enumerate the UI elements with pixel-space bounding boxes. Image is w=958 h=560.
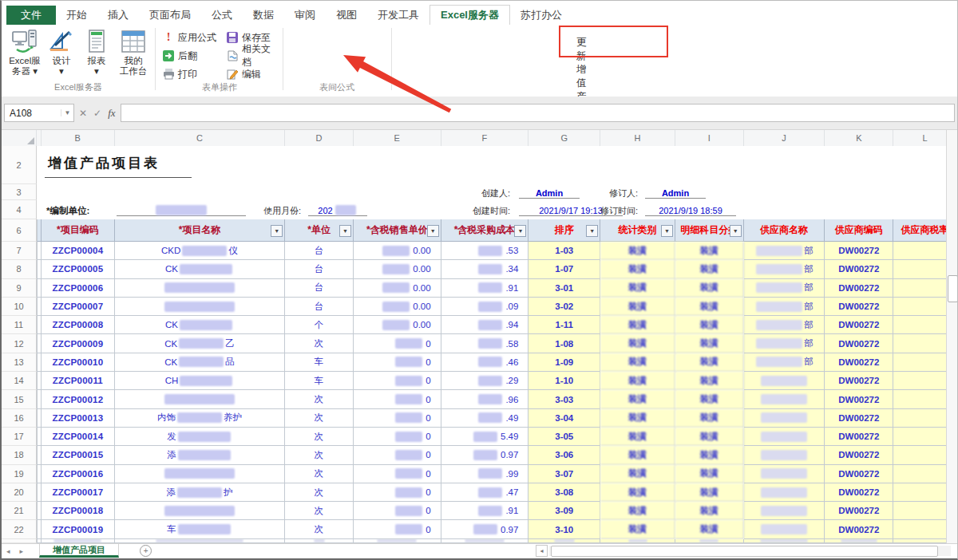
cell-project-code[interactable]: ZZCP00018 (42, 502, 115, 520)
cell-sale-price[interactable]: 0 (354, 428, 441, 446)
filter-dropdown-icon[interactable]: ▼ (427, 225, 439, 237)
row-header[interactable]: 13 (2, 353, 37, 372)
cell-supplier-code[interactable]: DW00272 (825, 390, 893, 408)
vertical-scrollbar-thumb[interactable] (948, 275, 958, 302)
cell-supplier-name[interactable] (744, 428, 825, 446)
cell-supplier-code[interactable]: DW00272 (825, 334, 893, 353)
cell-supplier-code[interactable]: DW00272 (825, 409, 893, 428)
cell-unit[interactable]: 次 (285, 520, 354, 538)
cell[interactable] (825, 539, 893, 543)
cell-stat-category[interactable]: 装潢 (600, 428, 675, 446)
tab-data[interactable]: 数据 (243, 6, 284, 25)
tab-excel-server[interactable]: Excel服务器 (430, 5, 510, 25)
column-header[interactable]: J (744, 130, 825, 146)
cell-purchase-cost[interactable]: .49 (441, 409, 529, 428)
formula-input[interactable] (121, 104, 955, 122)
cell-stat-category[interactable]: 装潢 (600, 390, 675, 408)
cell-stat-category[interactable]: 装潢 (600, 502, 675, 520)
cell-supplier-code[interactable]: DW00272 (825, 353, 893, 372)
cell-stat-category[interactable]: 装潢 (600, 465, 675, 483)
header-supplier-code[interactable]: 供应商编码 (825, 219, 893, 242)
enter-icon[interactable]: ✓ (93, 108, 101, 119)
fx-icon[interactable]: fx (108, 107, 115, 120)
header-unit[interactable]: *单位▼ (285, 219, 354, 242)
cell-detail-category[interactable]: 装潢 (675, 428, 744, 446)
cell-detail-category[interactable]: 装潢 (675, 465, 744, 483)
cell-project-name[interactable]: 添 (115, 446, 285, 464)
cell-purchase-cost[interactable]: .29 (441, 372, 529, 390)
row-header[interactable]: 7 (2, 242, 37, 260)
cell-stat-category[interactable]: 装潢 (600, 353, 675, 372)
cell-detail-category[interactable]: 装潢 (675, 353, 744, 372)
cell-sort[interactable]: 3-03 (528, 390, 600, 408)
row-header[interactable]: 18 (2, 446, 37, 464)
cell-supplier-code[interactable]: DW00272 (825, 465, 893, 483)
cell[interactable] (744, 539, 825, 543)
cell-supplier-name[interactable]: 部 (744, 260, 825, 278)
name-box-dropdown-icon[interactable]: ▼ (61, 109, 73, 116)
cell-project-code[interactable]: ZZCP00015 (42, 446, 115, 464)
cell-project-name[interactable] (115, 390, 285, 408)
cell-sale-price[interactable]: 0 (354, 353, 441, 372)
cell-sort[interactable]: 1-07 (528, 260, 600, 278)
cell-detail-category[interactable]: 装潢 (675, 502, 744, 520)
cell-project-name[interactable] (115, 465, 285, 483)
cell-sale-price[interactable]: 0.00 (354, 316, 441, 334)
apply-formula-button[interactable]: ! 应用公式 (160, 30, 219, 45)
filter-dropdown-icon[interactable]: ▼ (586, 225, 598, 237)
header-detail-category[interactable]: 明细科目分类▼ (675, 219, 744, 242)
cell-purchase-cost[interactable]: 0.97 (441, 520, 529, 538)
cell-project-code[interactable]: ZZCP00007 (42, 298, 115, 316)
cell-sale-price[interactable]: 0 (354, 372, 441, 390)
row-header[interactable]: 21 (2, 502, 37, 520)
cell-supplier-name[interactable] (744, 390, 825, 408)
cell-project-name[interactable]: 发 (115, 428, 285, 446)
cell-sort[interactable]: 1-11 (528, 316, 600, 334)
column-header[interactable]: B (42, 130, 115, 146)
cell-unit[interactable]: 台 (285, 260, 354, 278)
row-header[interactable]: 20 (2, 483, 37, 502)
cell-stat-category[interactable]: 装潢 (600, 483, 675, 502)
related-docs-button[interactable]: 相关文档 (224, 48, 281, 64)
cell-project-name[interactable]: CK品 (115, 353, 285, 372)
cell-sale-price[interactable]: 0 (354, 465, 441, 483)
horizontal-scrollbar-thumb[interactable] (551, 546, 938, 557)
cell-sale-price[interactable]: 0 (354, 334, 441, 353)
tab-developer[interactable]: 开发工具 (367, 6, 430, 25)
cell-sale-price[interactable]: 0.00 (354, 242, 441, 260)
header-project-code[interactable]: *项目编码 (42, 219, 115, 242)
cell-project-code[interactable]: ZZCP00009 (42, 334, 115, 353)
cell-purchase-cost[interactable]: 0.97 (441, 446, 529, 464)
cell-supplier-name[interactable] (744, 520, 825, 538)
edit-button[interactable]: 编辑 (224, 66, 263, 82)
cell-project-code[interactable]: ZZCP00013 (42, 409, 115, 428)
cell-supplier-code[interactable]: DW00272 (825, 428, 893, 446)
header-supplier-name[interactable]: 供应商名称 (744, 219, 825, 242)
column-header[interactable]: I (675, 130, 744, 146)
sheet-nav-next-icon[interactable]: ▸ (15, 547, 29, 555)
cell-purchase-cost[interactable]: .96 (441, 390, 529, 408)
cell[interactable] (441, 539, 529, 543)
cell-unit[interactable]: 次 (285, 390, 354, 408)
cell-project-code[interactable]: ZZCP00019 (42, 520, 115, 538)
cell-supplier-name[interactable]: 部 (744, 316, 825, 334)
excel-server-button[interactable]: Excel服 务器 ▾ (6, 28, 43, 81)
cell-sort[interactable]: 1-03 (528, 242, 600, 260)
cell-project-code[interactable]: ZZCP00011 (42, 372, 115, 390)
header-sale-price[interactable]: *含税销售单价▼ (354, 219, 441, 242)
cell-unit[interactable]: 次 (285, 409, 354, 428)
row-header[interactable]: 2 (2, 146, 37, 184)
cell-sort[interactable]: 3-06 (528, 446, 600, 464)
cell-stat-category[interactable]: 装潢 (600, 298, 675, 316)
row-header[interactable]: 11 (2, 316, 37, 334)
cell-sort[interactable]: 3-05 (528, 428, 600, 446)
cell-sale-price[interactable]: 0 (354, 502, 441, 520)
cell-unit[interactable]: 车 (285, 372, 354, 390)
cell-supplier-code[interactable]: DW00272 (825, 446, 893, 464)
row-header[interactable]: 22 (2, 520, 37, 538)
name-box[interactable]: A108 ▼ (4, 104, 74, 122)
cell-unit[interactable]: 台 (285, 298, 354, 316)
cell-unit[interactable]: 台 (285, 279, 354, 298)
cell[interactable] (115, 539, 285, 543)
add-sheet-button[interactable]: + (140, 545, 152, 557)
